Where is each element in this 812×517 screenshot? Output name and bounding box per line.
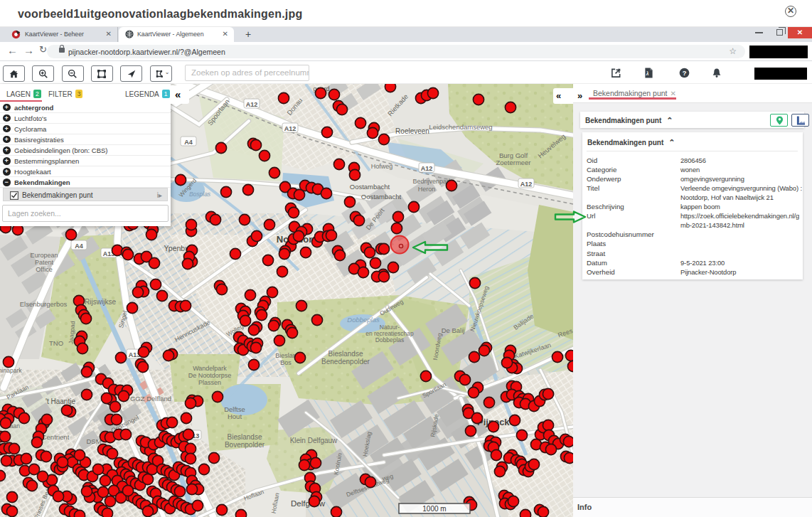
svg-text:Roeleveen: Roeleveen [395, 127, 429, 135]
svg-text:European: European [30, 252, 58, 259]
svg-text:A4: A4 [75, 242, 83, 250]
svg-text:Office: Office [36, 266, 52, 273]
svg-text:A12: A12 [421, 165, 433, 172]
svg-text:A4: A4 [184, 139, 193, 146]
svg-text:Hout: Hout [228, 412, 242, 420]
svg-text:Elsenburgerbos: Elsenburgerbos [20, 300, 68, 308]
svg-text:Bos: Bos [280, 359, 292, 366]
svg-text:De Nootdorpse: De Nootdorpse [188, 372, 232, 379]
svg-text:TNO: TNO [49, 339, 63, 347]
svg-text:Benedenpolder: Benedenpolder [321, 358, 370, 366]
svg-text:?: ? [683, 70, 687, 77]
svg-text:Leidschendamseweg: Leidschendamseweg [429, 123, 492, 131]
svg-text:Heron: Heron [418, 186, 436, 193]
svg-text:Centrient: Centrient [42, 433, 70, 441]
svg-text:Bieslan: Bieslan [275, 352, 297, 359]
svg-text:Bosplas: Bosplas [189, 191, 211, 198]
svg-text:Patent: Patent [35, 259, 54, 266]
svg-text:Rijswijkse: Rijswijkse [85, 298, 116, 306]
svg-text:A12: A12 [284, 125, 297, 132]
svg-text:A12: A12 [246, 101, 258, 108]
svg-text:DSM: DSM [86, 437, 101, 445]
svg-text:Oostambacht: Oostambacht [361, 193, 402, 201]
svg-text:A12: A12 [520, 181, 533, 188]
svg-text:Bieslandse: Bieslandse [228, 433, 262, 441]
svg-text:minapark: minapark [0, 367, 22, 374]
svg-text:Oostambacht: Oostambacht [350, 183, 390, 191]
svg-text:Dobbeplas: Dobbeplas [375, 336, 405, 343]
svg-text:Klein Delfgauw: Klein Delfgauw [290, 437, 338, 444]
svg-text:1000 m: 1000 m [422, 505, 446, 513]
svg-text:Bovenpolder: Bovenpolder [225, 441, 265, 449]
svg-text:λ: λ [646, 71, 649, 76]
svg-text:De Balij: De Balij [442, 326, 465, 334]
svg-text:Plassen: Plassen [198, 379, 221, 386]
svg-text:'t Haantje: 't Haantje [46, 398, 75, 405]
svg-text:Bieslandse: Bieslandse [328, 350, 363, 358]
svg-text:Dobbeplas: Dobbeplas [347, 316, 380, 324]
svg-text:GGZ Delfland: GGZ Delfland [130, 395, 171, 403]
svg-text:Hofweg: Hofweg [371, 163, 393, 170]
svg-text:Zoetermeer: Zoetermeer [496, 159, 530, 166]
svg-text:Wandelpark: Wandelpark [193, 365, 227, 372]
